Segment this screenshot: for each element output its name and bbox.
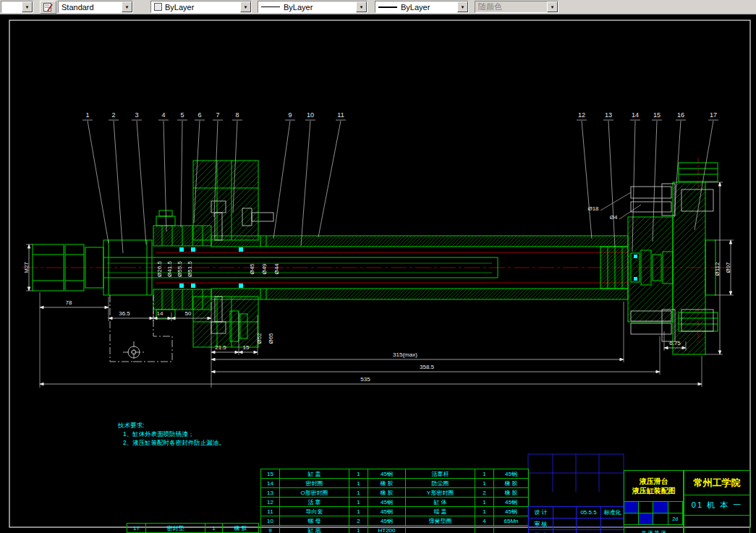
chevron-down-icon[interactable]: ▼ <box>22 1 33 12</box>
table-row: 端 盖145钢 <box>406 507 529 516</box>
table-row: 防尘圈1橡 胶 <box>406 479 529 488</box>
table-cell: 15 <box>261 469 280 479</box>
balloon-number: 1 <box>85 111 89 119</box>
dim-label: 6.75 <box>669 340 681 346</box>
table-cell: 橡 胶 <box>368 479 406 488</box>
drawing-title-line2: 液压缸装配图 <box>632 486 676 495</box>
table-cell <box>601 519 624 530</box>
table-row: 活塞杆145钢 <box>406 469 529 479</box>
balloon-leader <box>88 121 109 243</box>
balloon-leader <box>318 121 341 237</box>
table-cell: 1 <box>475 479 494 488</box>
dim-label: Ø51.5 <box>187 261 193 277</box>
drawing-title-line1: 液压滑台 <box>640 477 668 486</box>
lineweight-combo[interactable]: ByLayer ▼ <box>375 1 469 13</box>
cylinder-assembly <box>33 161 718 354</box>
table-cell: 橡 胶 <box>494 479 529 488</box>
chevron-down-icon[interactable]: ▼ <box>240 1 251 12</box>
tech-line: 2、液压缸装配时各密封件防止漏油。 <box>123 439 225 446</box>
table-cell: 11 <box>261 507 280 516</box>
table-cell <box>553 519 577 530</box>
table-cell: 45钢 <box>494 507 529 516</box>
plotstyle-combo-value: 随颜色 <box>478 1 502 12</box>
table-cell: 1 <box>349 498 368 507</box>
text-style-button[interactable] <box>40 1 56 14</box>
table-row: 15缸 盖145钢 <box>261 469 406 479</box>
table-row: 10螺 母245钢 <box>261 516 406 526</box>
table-cell: 1 <box>475 498 494 507</box>
table-cell: 端 盖 <box>406 507 475 516</box>
table-cell: 密封垫 <box>146 524 205 533</box>
table-cell: 密封圈 <box>280 479 349 488</box>
table-cell: 1 <box>475 507 494 516</box>
table-cell: 橡 胶 <box>223 524 259 533</box>
table-row: 17密封垫1橡 胶 <box>127 524 259 533</box>
balloon-number: 16 <box>677 111 684 119</box>
dim-label: Ø26.5 <box>156 261 163 277</box>
balloon-number: 10 <box>307 111 314 119</box>
title-block-left: 液压滑台 液压缸装配图 2d 共 张 第 张 <box>624 470 684 533</box>
plotstyle-combo: 随颜色 ▼ <box>475 1 558 13</box>
dim-label: Ø65 <box>268 333 274 344</box>
dim-label: Ø52 <box>256 333 263 344</box>
drawing-canvas[interactable]: 78 36.5 14 50 21.5 15 315(max) 358.5 535… <box>0 14 756 533</box>
table-cell: 弹簧垫圈 <box>406 516 475 526</box>
balloon-number: 13 <box>605 111 612 119</box>
balloon-number: 9 <box>288 111 292 119</box>
table-row: 缸 体145钢 <box>406 498 529 507</box>
class-code: 01 机 本 一 <box>684 495 749 516</box>
table-cell: 17 <box>127 524 146 533</box>
balloon-leader <box>181 121 182 227</box>
lineweight-sample-icon <box>378 7 397 8</box>
school-name: 常州工学院 <box>684 471 749 495</box>
scale-cell <box>639 502 653 513</box>
table-cell: 螺 母 <box>280 516 349 526</box>
table-cell: 45钢 <box>494 469 529 479</box>
scale-cell <box>653 513 668 525</box>
dim-label: Ø97 <box>725 262 731 273</box>
table-row: Y形密封圈2橡 胶 <box>406 488 529 498</box>
dim-label: 36.5 <box>119 310 130 317</box>
table-row <box>406 526 529 533</box>
table-cell <box>406 526 475 533</box>
table-cell: 2 <box>349 516 368 526</box>
chevron-down-icon[interactable]: ▼ <box>356 1 367 12</box>
table-cell: 标准化 <box>601 507 624 519</box>
linetype-combo[interactable]: ByLayer ▼ <box>258 1 368 13</box>
dim-label: 535 <box>360 376 370 383</box>
balloon-number: 6 <box>198 111 201 119</box>
chevron-down-icon[interactable]: ▼ <box>122 1 132 12</box>
balloon-number: 2 <box>111 111 115 119</box>
table-cell <box>577 519 601 530</box>
layer-combo[interactable]: ▼ <box>1 1 33 13</box>
style-combo[interactable]: Standard ▼ <box>58 1 133 13</box>
table-cell: 10 <box>261 516 280 526</box>
table-cell: 设 计 <box>529 507 553 519</box>
table-cell: 1 <box>349 479 368 488</box>
dim-label: Ø41.5 <box>166 261 173 277</box>
dim-label: Ø112 <box>714 262 721 276</box>
sheet-count: 共 张 第 张 <box>624 525 683 533</box>
table-cell: 活塞杆 <box>406 469 475 479</box>
dim-label: Ø55.5 <box>177 261 183 277</box>
dim-label: Ø44 <box>273 263 280 275</box>
style-combo-value: Standard <box>61 3 94 12</box>
table-cell <box>601 530 624 533</box>
dim-label: 15 <box>243 344 250 351</box>
chevron-down-icon[interactable]: ▼ <box>457 1 468 12</box>
table-cell: 1 <box>475 469 494 479</box>
table-cell: 45钢 <box>368 507 406 516</box>
balloon-leader <box>273 121 290 239</box>
table-row: 设 计05.5.5标准化 <box>529 507 624 519</box>
table-cell: 缸 体 <box>406 498 475 507</box>
scale-grid: 2d <box>624 502 683 525</box>
scale-cell <box>639 513 653 525</box>
table-cell: 4 <box>475 516 494 526</box>
bom-table-left: 15缸 盖145钢14密封圈1橡 胶13O形密封圈1橡 胶12活 塞145钢11… <box>260 469 406 533</box>
table-cell: 橡 胶 <box>494 488 529 498</box>
color-combo[interactable]: ByLayer ▼ <box>150 1 252 13</box>
linetype-combo-value: ByLayer <box>284 3 313 12</box>
scale-cell <box>653 502 668 513</box>
balloon-number: 12 <box>578 111 585 119</box>
title-block-empty <box>684 516 749 533</box>
